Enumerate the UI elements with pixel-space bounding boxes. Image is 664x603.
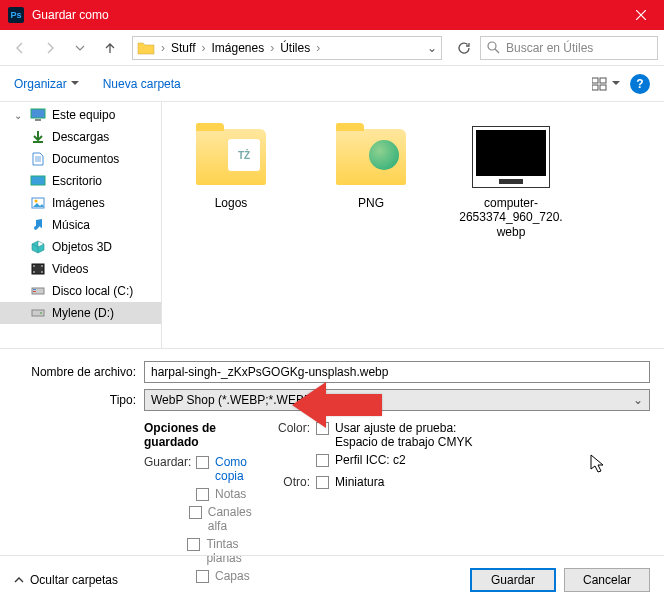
nav-bar: › Stuff › Imágenes › Útiles › ⌄ Buscar e… (0, 30, 664, 66)
filename-label: Nombre de archivo: (14, 365, 144, 379)
crumb-2[interactable]: Útiles (276, 41, 314, 55)
sidebar-label: Música (52, 218, 90, 232)
folder-icon (137, 41, 155, 55)
chevron-right-icon: › (268, 41, 276, 55)
file-label: computer-2653374_960_720.webp (456, 196, 566, 239)
proof-label: Usar ajuste de prueba: Espacio de trabaj… (335, 421, 485, 449)
chevron-up-icon (14, 577, 24, 583)
folder-item[interactable]: PNG (316, 122, 426, 210)
sidebar-item-documents[interactable]: Documentos (0, 148, 161, 170)
up-button[interactable] (96, 34, 124, 62)
sidebar-item-images[interactable]: Imágenes (0, 192, 161, 214)
icc-checkbox[interactable] (316, 454, 329, 467)
sidebar-item-disk-d[interactable]: Mylene (D:) (0, 302, 161, 324)
icc-label: Perfil ICC: c2 (335, 453, 406, 467)
color-label: Color: (264, 421, 310, 435)
alpha-label: Canales alfa (208, 505, 264, 533)
proof-checkbox[interactable] (316, 422, 329, 435)
folder-badge: TŻ (228, 139, 260, 171)
sidebar: ⌄ Este equipo Descargas Documentos Escri… (0, 102, 162, 348)
chevron-down-icon[interactable]: ⌄ (427, 41, 437, 55)
file-list: TŻ Logos PNG computer-2653374_960_720.we… (162, 102, 664, 348)
search-input[interactable]: Buscar en Útiles (480, 36, 658, 60)
cube-icon (30, 239, 46, 255)
disk-icon (30, 305, 46, 321)
spot-checkbox[interactable] (187, 538, 200, 551)
sidebar-label: Documentos (52, 152, 119, 166)
svg-rect-1 (592, 78, 598, 83)
save-button[interactable]: Guardar (470, 568, 556, 592)
filetype-select[interactable]: WebP Shop (*.WEBP;*.WEBP) ⌄ (144, 389, 650, 411)
sidebar-item-videos[interactable]: Videos (0, 258, 161, 280)
desktop-icon (30, 173, 46, 189)
images-icon (30, 195, 46, 211)
sidebar-label: Imágenes (52, 196, 105, 210)
sidebar-label: Este equipo (52, 108, 115, 122)
svg-point-0 (488, 42, 496, 50)
organize-menu[interactable]: Organizar (14, 77, 79, 91)
svg-rect-16 (33, 289, 36, 290)
filetype-label: Tipo: (14, 393, 144, 407)
sidebar-item-pc[interactable]: ⌄ Este equipo (0, 104, 161, 126)
as-copy-checkbox[interactable] (196, 456, 209, 469)
forward-button[interactable] (36, 34, 64, 62)
svg-rect-14 (41, 271, 43, 273)
view-options-button[interactable] (592, 70, 620, 98)
recent-dropdown[interactable] (66, 34, 94, 62)
svg-rect-2 (600, 78, 606, 83)
refresh-button[interactable] (450, 34, 478, 62)
filetype-value: WebP Shop (*.WEBP;*.WEBP) (151, 393, 316, 407)
save-options-title: Opciones de guardado (144, 421, 264, 449)
svg-rect-11 (33, 265, 35, 267)
alpha-checkbox[interactable] (189, 506, 202, 519)
sidebar-item-music[interactable]: Música (0, 214, 161, 236)
other-label: Otro: (264, 475, 310, 489)
window-title: Guardar como (32, 8, 618, 22)
filename-input[interactable] (144, 361, 650, 383)
sidebar-label: Escritorio (52, 174, 102, 188)
back-button[interactable] (6, 34, 34, 62)
chevron-right-icon: › (199, 41, 207, 55)
sidebar-label: Objetos 3D (52, 240, 112, 254)
svg-rect-13 (41, 265, 43, 267)
sidebar-item-downloads[interactable]: Descargas (0, 126, 161, 148)
new-folder-button[interactable]: Nueva carpeta (103, 77, 181, 91)
svg-rect-5 (31, 109, 45, 118)
chevron-right-icon: › (159, 41, 167, 55)
sidebar-item-desktop[interactable]: Escritorio (0, 170, 161, 192)
chevron-right-icon: › (314, 41, 322, 55)
video-icon (30, 261, 46, 277)
sidebar-item-3d[interactable]: Objetos 3D (0, 236, 161, 258)
search-icon (487, 41, 500, 54)
crumb-0[interactable]: Stuff (167, 41, 199, 55)
crumb-1[interactable]: Imágenes (207, 41, 268, 55)
help-button[interactable]: ? (630, 74, 650, 94)
thumbnail-checkbox[interactable] (316, 476, 329, 489)
notes-label: Notas (215, 487, 246, 501)
footer: Ocultar carpetas Guardar Cancelar (0, 555, 664, 603)
folder-item[interactable]: TŻ Logos (176, 122, 286, 210)
close-button[interactable] (618, 0, 664, 30)
svg-point-9 (35, 200, 38, 203)
sidebar-label: Videos (52, 262, 88, 276)
hide-folders-button[interactable]: Ocultar carpetas (14, 573, 118, 587)
svg-rect-17 (33, 291, 36, 292)
sidebar-label: Disco local (C:) (52, 284, 133, 298)
image-thumbnail (472, 126, 550, 188)
notes-checkbox[interactable] (196, 488, 209, 501)
titlebar: Ps Guardar como (0, 0, 664, 30)
cancel-button[interactable]: Cancelar (564, 568, 650, 592)
breadcrumb-bar[interactable]: › Stuff › Imágenes › Útiles › ⌄ (132, 36, 442, 60)
photoshop-icon: Ps (8, 7, 24, 23)
file-item[interactable]: computer-2653374_960_720.webp (456, 122, 566, 239)
sidebar-label: Descargas (52, 130, 109, 144)
folder-badge (368, 139, 400, 171)
as-copy-label: Como copia (215, 455, 264, 483)
search-placeholder: Buscar en Útiles (506, 41, 593, 55)
svg-rect-4 (600, 85, 606, 90)
chevron-down-icon: ⌄ (633, 393, 643, 407)
disk-icon (30, 283, 46, 299)
svg-point-19 (40, 312, 42, 314)
file-label: Logos (215, 196, 248, 210)
sidebar-item-disk-c[interactable]: Disco local (C:) (0, 280, 161, 302)
